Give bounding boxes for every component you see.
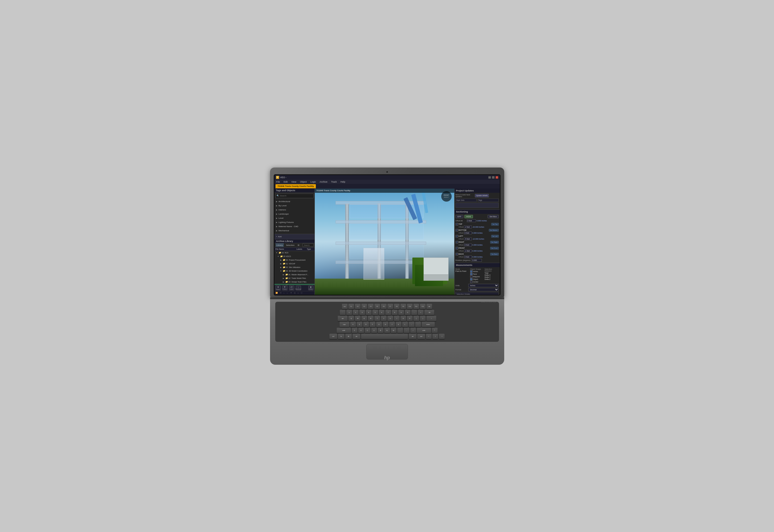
key-f6[interactable]: F6 xyxy=(381,304,387,309)
key-a[interactable]: A xyxy=(350,322,356,327)
key-alt[interactable]: alt xyxy=(353,334,360,339)
key-9[interactable]: 9 xyxy=(398,310,404,315)
tree-item-mechanical[interactable]: ▶ Mechanical xyxy=(274,229,315,233)
tab-filter[interactable]: ⊟ xyxy=(297,243,300,247)
key-5[interactable]: 5 xyxy=(372,310,378,315)
key-tab[interactable]: tab xyxy=(338,316,348,321)
key-d[interactable]: D xyxy=(363,322,369,327)
archive-search[interactable] xyxy=(303,243,314,247)
key-quote[interactable]: ' xyxy=(415,322,421,327)
key-backtick[interactable]: ` xyxy=(340,310,346,315)
key-3[interactable]: 3 xyxy=(359,310,365,315)
front-offset-input[interactable] xyxy=(464,249,472,252)
rotation-input[interactable] xyxy=(471,259,482,262)
key-j[interactable]: J xyxy=(389,322,395,327)
tags-search-box[interactable]: 🔍 xyxy=(275,194,314,198)
close-button[interactable]: ✕ xyxy=(496,176,498,179)
snap-face-checkbox[interactable] xyxy=(470,273,472,275)
front-checkbox[interactable] xyxy=(456,247,458,249)
key-p[interactable]: P xyxy=(407,316,413,321)
right-checkbox[interactable] xyxy=(456,241,458,243)
menu-object[interactable]: Object xyxy=(299,181,308,183)
key-right[interactable]: → xyxy=(439,334,445,339)
key-2[interactable]: 2 xyxy=(353,310,359,315)
import-button[interactable]: ⬇ Import xyxy=(276,286,281,290)
snap-object-checkbox[interactable] xyxy=(470,278,472,280)
minimize-button[interactable]: — xyxy=(488,176,491,179)
key-u[interactable]: U xyxy=(387,316,393,321)
key-f4[interactable]: F4 xyxy=(368,304,374,309)
tab-selection[interactable]: Selection xyxy=(285,243,296,247)
follow-button[interactable]: 👁 Follow xyxy=(282,286,287,290)
key-f5[interactable]: F5 xyxy=(374,304,380,309)
set-box-button[interactable]: Set Box xyxy=(488,215,498,218)
set-back-button[interactable]: Set Back xyxy=(490,253,498,255)
key-h[interactable]: H xyxy=(383,322,388,327)
key-v[interactable]: V xyxy=(371,328,377,333)
menu-edit[interactable]: Edit xyxy=(283,181,289,183)
file-row[interactable]: ▶ 📁 01_Master Alignment F... xyxy=(274,273,315,277)
key-8[interactable]: 8 xyxy=(392,310,398,315)
key-f3[interactable]: F3 xyxy=(361,304,367,309)
tree-item-level[interactable]: ▶ Level xyxy=(274,216,315,220)
key-t[interactable]: T xyxy=(374,316,380,321)
label-button[interactable]: 🏷 Label xyxy=(289,286,294,290)
menu-track[interactable]: Track xyxy=(330,181,337,183)
key-6[interactable]: 6 xyxy=(379,310,385,315)
key-l[interactable]: L xyxy=(402,322,408,327)
tags-search-input[interactable] xyxy=(280,195,312,197)
key-1[interactable]: 1 xyxy=(346,310,352,315)
key-k[interactable]: K xyxy=(396,322,401,327)
menu-help[interactable]: Help xyxy=(340,181,346,183)
tree-item-architectural[interactable]: ▶ Architectural xyxy=(274,200,315,204)
set-top-button[interactable]: Set Top xyxy=(491,223,498,226)
key-z[interactable]: Z xyxy=(352,328,357,333)
key-altgr[interactable]: alt xyxy=(409,334,417,339)
units-select[interactable]: Inches Feet xyxy=(468,284,499,287)
key-rbracket[interactable]: ] xyxy=(420,316,426,321)
back-checkbox[interactable] xyxy=(456,253,458,255)
key-rshift[interactable]: shift xyxy=(417,328,431,333)
key-f8[interactable]: F8 xyxy=(394,304,400,309)
key-b[interactable]: B xyxy=(378,328,383,333)
tree-item-lighting[interactable]: ▶ Lighting Fixtures xyxy=(274,220,315,225)
key-period[interactable]: . xyxy=(404,328,410,333)
left-checkbox[interactable] xyxy=(456,235,458,238)
key-q[interactable]: Q xyxy=(348,316,354,321)
key-7[interactable]: 7 xyxy=(385,310,391,315)
key-c[interactable]: C xyxy=(365,328,370,333)
format-select[interactable]: Decimal Fractional xyxy=(468,288,499,291)
key-g[interactable]: G xyxy=(376,322,382,327)
key-w[interactable]: W xyxy=(355,316,361,321)
key-win[interactable]: ⊞ xyxy=(345,334,352,339)
key-esc[interactable]: esc xyxy=(342,304,348,309)
set-bottom-button[interactable]: Set Bottom xyxy=(489,229,499,232)
bottom-offset-input[interactable] xyxy=(464,232,472,234)
key-f7[interactable]: F7 xyxy=(387,304,393,309)
key-m[interactable]: M xyxy=(391,328,396,333)
project-tab[interactable]: 701846 Travis County Courts Facility xyxy=(276,184,316,188)
key-0[interactable]: 0 xyxy=(405,310,411,315)
update-details-button[interactable]: Update details xyxy=(475,194,489,197)
key-caps[interactable]: caps xyxy=(340,322,349,327)
tree-item-bylevel[interactable]: ▶ By Level xyxy=(274,204,315,208)
key-o[interactable]: O xyxy=(400,316,406,321)
key-minus[interactable]: - xyxy=(411,310,417,315)
key-4[interactable]: 4 xyxy=(366,310,372,315)
file-row[interactable]: ▼ 📁 03_3D Model Coordination xyxy=(274,269,315,273)
key-up[interactable]: ↑ xyxy=(432,328,438,333)
top-offset-input[interactable] xyxy=(464,226,472,228)
key-del[interactable]: del xyxy=(426,304,432,309)
sec-off-button[interactable]: OFF xyxy=(456,215,463,218)
snap-center-checkbox[interactable] xyxy=(470,281,472,283)
key-backslash[interactable]: \ xyxy=(426,316,436,321)
set-left-button[interactable]: Set Left xyxy=(491,235,499,238)
add-tag-button[interactable]: + Add xyxy=(274,234,315,239)
key-equals[interactable]: = xyxy=(418,310,424,315)
file-row[interactable]: ▶ 📁 03_Design Team Files xyxy=(274,280,315,284)
key-i[interactable]: I xyxy=(394,316,400,321)
key-n[interactable]: N xyxy=(384,328,390,333)
key-space[interactable] xyxy=(361,334,408,339)
key-slash[interactable]: / xyxy=(410,328,416,333)
offset-all-input[interactable] xyxy=(467,219,476,222)
